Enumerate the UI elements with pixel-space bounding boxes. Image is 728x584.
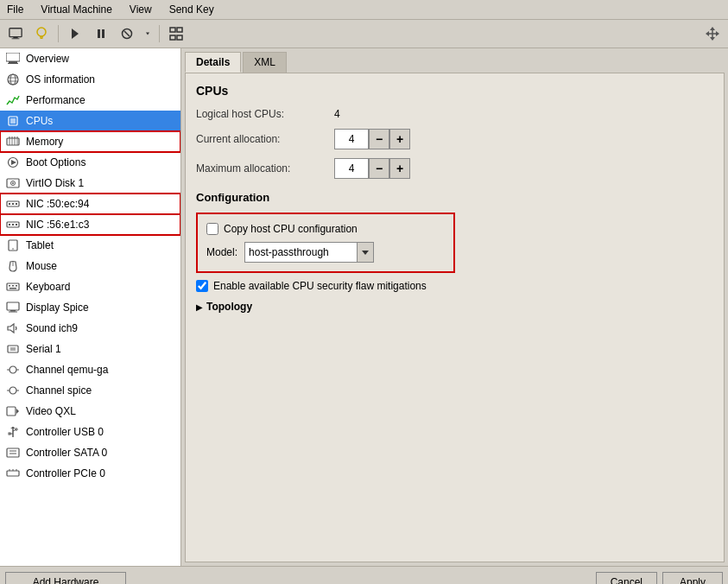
svg-line-10 — [124, 31, 130, 36]
sidebar-label-disk: VirtIO Disk 1 — [26, 177, 84, 189]
security-checkbox[interactable] — [196, 280, 208, 292]
bottom-bar: Add Hardware Cancel Apply — [0, 566, 728, 584]
sidebar-item-video[interactable]: Video QXL — [0, 401, 180, 422]
main-container: Overview OS information Performance CPUs — [0, 48, 728, 566]
tab-bar: Details XML — [181, 48, 728, 73]
memory-icon — [5, 135, 21, 149]
sidebar-label-serial: Serial 1 — [26, 343, 61, 355]
cancel-button[interactable]: Cancel — [596, 572, 657, 585]
sidebar-item-keyboard[interactable]: Keyboard — [0, 276, 180, 297]
pcie-icon — [5, 467, 21, 480]
copy-host-checkbox[interactable] — [206, 223, 218, 235]
sidebar-label-memory: Memory — [26, 136, 63, 148]
sidebar: Overview OS information Performance CPUs — [0, 48, 181, 566]
lightbulb-button[interactable] — [29, 22, 54, 45]
svg-rect-61 — [7, 302, 19, 310]
menu-virtual-machine[interactable]: Virtual Machine — [37, 2, 116, 17]
security-label: Enable available CPU security flaw mitig… — [213, 280, 427, 292]
separator-1 — [58, 25, 59, 42]
svg-rect-51 — [12, 224, 14, 225]
menubar: File Virtual Machine View Send Key — [0, 0, 728, 20]
max-allocation-row: Maximum allocation: − + — [196, 158, 713, 179]
max-allocation-increase[interactable]: + — [389, 158, 410, 179]
sidebar-item-pcie[interactable]: Controller PCIe 0 — [0, 463, 180, 484]
stop-button[interactable] — [115, 22, 139, 45]
sidebar-item-boot[interactable]: Boot Options — [0, 152, 180, 173]
max-allocation-input[interactable] — [334, 158, 369, 179]
model-dropdown-icon — [362, 251, 369, 255]
svg-rect-24 — [8, 63, 18, 64]
svg-rect-5 — [41, 38, 43, 40]
current-allocation-increase[interactable]: + — [389, 129, 410, 149]
monitor-button[interactable] — [3, 22, 28, 45]
sidebar-item-os[interactable]: OS information — [0, 69, 180, 90]
sidebar-item-memory[interactable]: Memory — [0, 131, 180, 152]
sidebar-item-channel-spice[interactable]: Channel spice — [0, 380, 180, 401]
model-dropdown-btn[interactable] — [357, 242, 374, 263]
sidebar-label-video: Video QXL — [26, 405, 76, 417]
sidebar-label-sound: Sound ich9 — [26, 322, 78, 334]
svg-rect-22 — [6, 53, 20, 61]
max-allocation-decrease[interactable]: − — [369, 158, 389, 179]
video-icon — [5, 404, 21, 418]
sidebar-item-disk[interactable]: VirtIO Disk 1 — [0, 173, 180, 194]
sidebar-label-nic1: NIC :50:ec:94 — [26, 198, 89, 210]
svg-rect-12 — [170, 28, 175, 32]
sidebar-item-channel-qemu[interactable]: Channel qemu-ga — [0, 359, 180, 380]
sidebar-item-nic1[interactable]: NIC :50:ec:94 — [0, 194, 180, 214]
config-title: Configuration — [196, 191, 713, 204]
svg-rect-48 — [16, 203, 17, 205]
sidebar-item-sound[interactable]: Sound ich9 — [0, 318, 180, 339]
tab-xml[interactable]: XML — [243, 52, 287, 73]
sidebar-item-overview[interactable]: Overview — [0, 48, 180, 69]
svg-marker-20 — [706, 31, 709, 36]
menu-file[interactable]: File — [3, 2, 27, 17]
sidebar-item-sata[interactable]: Controller SATA 0 — [0, 442, 180, 463]
play-button[interactable] — [63, 22, 87, 45]
sidebar-label-sata: Controller SATA 0 — [26, 447, 107, 459]
separator-2 — [159, 25, 160, 42]
sidebar-item-usb[interactable]: Controller USB 0 — [0, 422, 180, 442]
sidebar-label-os: OS information — [26, 73, 95, 86]
fullscreen-button[interactable] — [164, 22, 188, 45]
sidebar-item-nic2[interactable]: NIC :56:e1:c3 — [0, 214, 180, 235]
sidebar-item-serial[interactable]: Serial 1 — [0, 339, 180, 359]
sidebar-label-usb: Controller USB 0 — [26, 426, 104, 438]
monitor-icon — [9, 27, 22, 41]
current-allocation-input[interactable] — [334, 129, 369, 149]
current-allocation-decrease[interactable]: − — [369, 129, 389, 149]
lightbulb-icon — [35, 26, 47, 41]
svg-rect-2 — [12, 38, 20, 39]
pause-icon — [96, 28, 106, 40]
overview-icon — [5, 52, 21, 66]
sidebar-item-cpus[interactable]: CPUs — [0, 111, 180, 131]
tab-details[interactable]: Details — [185, 52, 241, 73]
dropdown-button[interactable] — [141, 22, 155, 45]
resize-button[interactable] — [700, 22, 725, 45]
sidebar-item-tablet[interactable]: Tablet — [0, 235, 180, 256]
add-hardware-button[interactable]: Add Hardware — [5, 572, 126, 585]
topology-row[interactable]: ▶ Topology — [196, 301, 713, 313]
svg-marker-11 — [146, 33, 149, 35]
sidebar-item-performance[interactable]: Performance — [0, 90, 180, 111]
sidebar-item-display[interactable]: Display Spice — [0, 297, 180, 318]
nic2-icon — [5, 218, 21, 232]
sidebar-label-performance: Performance — [26, 94, 85, 106]
pause-button[interactable] — [89, 22, 113, 45]
apply-button[interactable]: Apply — [662, 572, 723, 585]
menu-view[interactable]: View — [126, 2, 155, 17]
sidebar-item-mouse[interactable]: Mouse — [0, 256, 180, 276]
svg-rect-82 — [7, 448, 19, 457]
sidebar-label-pcie: Controller PCIe 0 — [26, 467, 105, 479]
svg-rect-13 — [177, 28, 182, 32]
svg-rect-0 — [9, 29, 22, 37]
svg-rect-65 — [8, 346, 18, 352]
sidebar-label-tablet: Tablet — [26, 239, 54, 251]
channel-qemu-icon — [5, 363, 21, 377]
model-input[interactable] — [244, 242, 357, 263]
detail-panel: CPUs Logical host CPUs: 4 Current alloca… — [185, 73, 725, 562]
svg-point-25 — [8, 74, 18, 85]
svg-marker-75 — [16, 409, 19, 414]
svg-point-26 — [10, 74, 16, 85]
menu-send-key[interactable]: Send Key — [166, 2, 218, 17]
